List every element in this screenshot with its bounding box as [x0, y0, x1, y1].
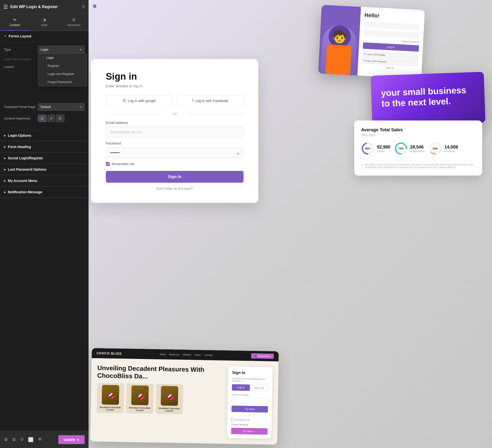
layers-icon[interactable]: ⧉	[12, 437, 15, 442]
hello-forgot-link[interactable]: Forgot Password?	[363, 38, 419, 43]
choco-nav-shop[interactable]: Shop	[160, 353, 166, 356]
dropdown-item-register[interactable]: Register	[38, 62, 87, 70]
history-icon[interactable]: ↺	[20, 437, 24, 442]
business-title: your small business to the next level.	[381, 84, 475, 109]
choco-tab-login[interactable]: Log In	[232, 384, 250, 391]
choco-product-2: 🍫 Decadent Chocolate Crunch	[126, 383, 154, 414]
choco-body: Unveiling Decadent Pleasures With ChocoB…	[90, 358, 279, 445]
tab-advanced[interactable]: ⚙ Advanced	[59, 14, 89, 31]
choco-signin-tabs: Log In Sign Up	[232, 384, 268, 391]
metric-products: 14% 14,008 Products	[429, 142, 458, 155]
hamburger-icon[interactable]: ☰	[3, 4, 8, 10]
cases-label: Cases	[377, 150, 390, 153]
panel-content: ▼ Forms Layout Type Login ▼ ✓	[0, 31, 89, 448]
email-input[interactable]	[106, 127, 244, 137]
choco-product-img-2: 🍫	[131, 386, 149, 405]
form-heading-header[interactable]: ▶ Form Heading	[0, 141, 89, 152]
choco-nav-about[interactable]: About Us	[169, 353, 179, 356]
choco-remember-checkbox[interactable]	[231, 418, 234, 421]
tabs-row: ✏ Content ◑ Style ⚙ Advanced	[0, 14, 89, 31]
hello-signup-link[interactable]: Sign Up	[362, 65, 418, 71]
type-select-arrow: ▼	[79, 48, 82, 51]
eye-toggle-icon[interactable]: 👁	[236, 152, 240, 156]
align-right-btn[interactable]: ☰	[56, 115, 64, 122]
choco-nav-learn[interactable]: Learn	[195, 354, 201, 356]
remember-checkbox[interactable]	[106, 162, 110, 166]
hello-username-field	[364, 21, 420, 30]
hello-title: Hello!	[364, 12, 421, 21]
forms-layout-section-header[interactable]: ▼ Forms Layout	[0, 31, 89, 42]
applications-value: 28,546	[410, 145, 425, 150]
choco-remember-label: Remember me	[235, 419, 250, 421]
right-area: 🧒 Hello! Forgot Password? Log In G Log i…	[89, 0, 492, 448]
social-row: G Log In with google f Log In with Faceb…	[106, 95, 244, 106]
card-login-left: 🧒	[318, 5, 361, 75]
info-icon: ⓘ	[361, 163, 364, 167]
dropdown-item-login-register[interactable]: Login and Register	[38, 70, 87, 78]
choco-forgot-link[interactable]: Forgot Password	[231, 423, 268, 426]
login-options-title: Login Options	[8, 134, 31, 137]
check-icon: ✓	[42, 56, 44, 60]
type-label: Type	[4, 48, 36, 51]
panel-title: Edit WP Login & Register	[10, 5, 58, 9]
form-heading-title: Form Heading	[8, 145, 31, 149]
character-avatar: 🧒	[321, 25, 357, 75]
choco-product-name-1: Decadent Chocolate Crunch	[99, 406, 122, 411]
password-input[interactable]	[106, 147, 244, 158]
notification-section: ▶ Notification Message	[0, 187, 89, 198]
settings-icon[interactable]: ⚙	[4, 437, 8, 442]
hello-password-field	[363, 30, 420, 39]
dropdown-item-forgot[interactable]: Forgot Password	[38, 78, 87, 86]
signin-submit-btn[interactable]: Sign In	[106, 171, 244, 183]
choco-nav: Shop About Us Flowers Learn Contact	[160, 353, 213, 357]
choco-nav-flowers[interactable]: Flowers	[183, 353, 191, 356]
applications-chart: 74%	[394, 142, 408, 155]
applications-label: Applications	[410, 150, 425, 153]
lost-password-header[interactable]: ▶ Lost Password Options	[0, 164, 89, 175]
svg-text:14%: 14%	[432, 147, 438, 150]
style-icon: ◑	[43, 17, 46, 22]
social-login-arrow: ▶	[4, 157, 6, 160]
dropdown-item-login[interactable]: ✓ Login	[38, 54, 87, 62]
layout-label: Layout	[4, 65, 36, 69]
google-icon: G	[123, 99, 126, 103]
choco-reg-btn[interactable]: 👤 Registration	[251, 353, 274, 359]
password-reset-select[interactable]: Default ▼	[38, 103, 85, 111]
align-left-btn[interactable]: ☰	[38, 115, 46, 122]
login-options-header[interactable]: ▶ Login Options	[0, 130, 89, 141]
hello-login-btn[interactable]: Log In	[363, 42, 419, 52]
choco-product-name-3: Decadent Chocolate Crunch	[158, 407, 181, 412]
notification-header[interactable]: ▶ Notification Message	[0, 187, 89, 198]
sales-period: 2021-2022	[361, 134, 475, 137]
facebook-login-btn[interactable]: f Log In with Facebook	[177, 95, 244, 106]
choco-social-divider: or	[231, 414, 268, 417]
card-login-right: Hello! Forgot Password? Log In G Log in …	[357, 7, 425, 79]
social-login-header[interactable]: ▶ Social Login/Register	[0, 153, 89, 164]
type-select[interactable]: Login ▼	[38, 46, 85, 53]
lost-password-title: Lost Password Options	[8, 167, 46, 171]
choco-try-btn[interactable]: Try Now	[231, 405, 268, 413]
cases-value: 92,980	[377, 145, 390, 150]
products-value: 14,008	[444, 145, 458, 150]
password-reset-label: Password Reset Page	[4, 105, 36, 109]
align-center-btn[interactable]: ≡	[47, 115, 55, 122]
my-account-header[interactable]: ▶ My Account Menu	[0, 175, 89, 186]
choco-email-input[interactable]	[232, 397, 268, 404]
choco-product-img-3: 🍫	[161, 386, 178, 406]
password-reset-arrow: ▼	[79, 105, 82, 108]
choco-tab-signup[interactable]: Sign Up	[250, 385, 268, 391]
learn-label: Learn How it works	[4, 57, 36, 61]
tab-style[interactable]: ◑ Style	[30, 14, 59, 31]
responsive-icon[interactable]: ⬜	[28, 437, 33, 442]
or-divider: OR	[106, 112, 244, 116]
update-button[interactable]: Update ∧	[58, 435, 85, 444]
choco-try-btn2[interactable]: Try Now →	[231, 428, 267, 435]
eye-icon[interactable]: 👁	[38, 437, 42, 442]
choco-nav-contact[interactable]: Contact	[204, 354, 213, 357]
google-login-btn[interactable]: G Log In with google	[106, 95, 173, 106]
choco-or-text: or	[249, 414, 251, 417]
login-options-arrow: ▶	[4, 134, 6, 137]
grid-icon[interactable]: ⠿	[82, 4, 85, 10]
tab-content[interactable]: ✏ Content	[0, 14, 30, 31]
forms-layout-title: Forms Layout	[9, 34, 31, 38]
